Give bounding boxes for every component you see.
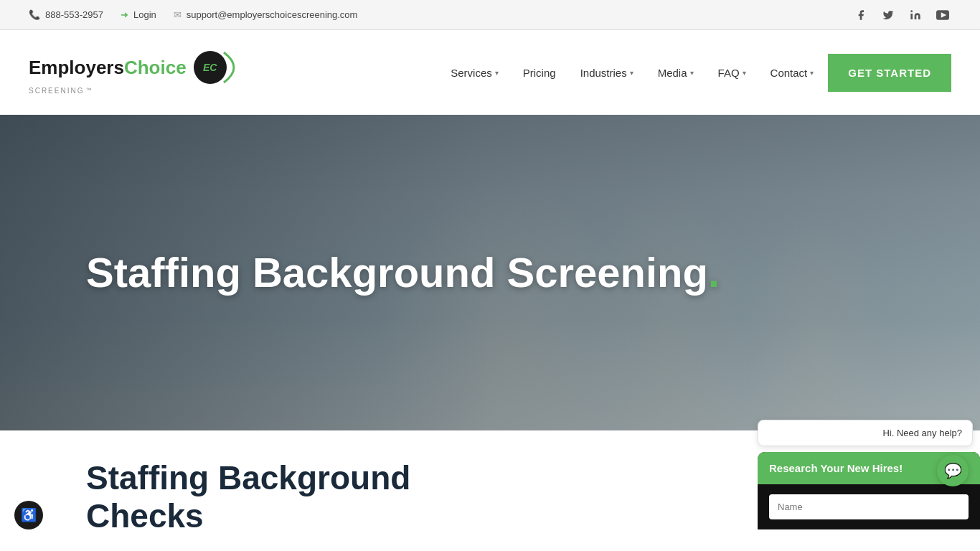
- logo-sub: SCREENING: [29, 87, 84, 95]
- twitter-link[interactable]: [880, 6, 897, 24]
- get-started-button[interactable]: GET STARTED: [828, 54, 951, 92]
- hero-content: Staffing Background Screening.: [0, 250, 763, 296]
- nav-services[interactable]: Services ▾: [440, 60, 509, 86]
- logo-top: EmployersChoice EC: [29, 51, 227, 84]
- chat-widget-inner: Hi. Need any help? Research Your New Hir…: [758, 420, 980, 529]
- logo-text: EmployersChoice: [29, 58, 187, 77]
- youtube-link[interactable]: [934, 6, 951, 24]
- hero-title-text: Staffing Background Screening: [86, 249, 708, 296]
- logo-wrapper: EmployersChoice EC SCREENING ™: [29, 51, 227, 95]
- contact-chevron-icon: ▾: [810, 69, 814, 77]
- logo-brand2: Choice: [124, 57, 187, 78]
- services-chevron-icon: ▾: [495, 69, 499, 77]
- phone-link[interactable]: 📞 888-553-2957: [29, 9, 103, 20]
- header: EmployersChoice EC SCREENING ™: [0, 30, 980, 115]
- nav-contact-label: Contact: [771, 67, 808, 79]
- nav-pricing[interactable]: Pricing: [513, 60, 566, 86]
- logo[interactable]: EmployersChoice EC SCREENING ™: [29, 51, 227, 95]
- below-hero-title-line1: Staffing Background: [86, 459, 410, 496]
- chat-name-input[interactable]: [769, 494, 969, 519]
- chat-icon: 💬: [944, 462, 962, 479]
- accessibility-icon: ♿: [21, 507, 37, 523]
- nav-industries-label: Industries: [580, 67, 627, 79]
- logo-sub-row: SCREENING ™: [29, 85, 227, 95]
- linkedin-link[interactable]: [907, 6, 924, 24]
- hero-title: Staffing Background Screening.: [86, 250, 720, 296]
- top-bar: 📞 888-553-2957 ➜ Login ✉ support@employe…: [0, 0, 980, 30]
- nav-faq-label: FAQ: [718, 67, 740, 79]
- phone-icon: 📞: [29, 9, 40, 20]
- logo-arc: [222, 51, 245, 84]
- email-link[interactable]: ✉ support@employerschoicescreening.com: [174, 9, 358, 20]
- below-hero-title-line2: Checks: [86, 497, 204, 534]
- hero-dot: .: [708, 249, 720, 296]
- phone-number: 888-553-2957: [45, 9, 103, 20]
- nav-faq[interactable]: FAQ ▾: [708, 60, 756, 86]
- svg-point-0: [910, 10, 913, 12]
- top-bar-left: 📞 888-553-2957 ➜ Login ✉ support@employe…: [29, 9, 357, 20]
- nav-media[interactable]: Media ▾: [648, 60, 704, 86]
- nav-industries[interactable]: Industries ▾: [570, 60, 644, 86]
- nav-contact[interactable]: Contact ▾: [760, 60, 824, 86]
- chat-widget[interactable]: Hi. Need any help? Research Your New Hir…: [758, 420, 980, 529]
- nav-pricing-label: Pricing: [523, 67, 556, 79]
- media-chevron-icon: ▾: [690, 69, 694, 77]
- social-links: [852, 6, 951, 24]
- chat-bubble: Hi. Need any help?: [758, 420, 973, 446]
- email-address: support@employerschoicescreening.com: [187, 9, 358, 20]
- logo-tm: ™: [85, 87, 91, 93]
- hero-section: Staffing Background Screening.: [0, 115, 980, 430]
- email-icon: ✉: [174, 9, 182, 20]
- accessibility-button[interactable]: ♿: [14, 501, 43, 529]
- chat-box-body: [758, 484, 980, 529]
- logo-brand1: Employers: [29, 57, 124, 78]
- faq-chevron-icon: ▾: [743, 69, 746, 77]
- industries-chevron-icon: ▾: [630, 69, 633, 77]
- nav-services-label: Services: [451, 67, 492, 79]
- logo-badge-area: EC: [191, 51, 227, 84]
- nav-media-label: Media: [658, 67, 687, 79]
- login-link[interactable]: ➜ Login: [121, 9, 156, 20]
- arrow-icon: ➜: [121, 9, 128, 20]
- chat-open-button[interactable]: 💬: [937, 455, 969, 486]
- logo-badge-text: EC: [203, 62, 217, 73]
- facebook-link[interactable]: [852, 6, 870, 24]
- login-label: Login: [133, 9, 156, 20]
- main-nav: Services ▾ Pricing Industries ▾ Media ▾ …: [440, 54, 951, 92]
